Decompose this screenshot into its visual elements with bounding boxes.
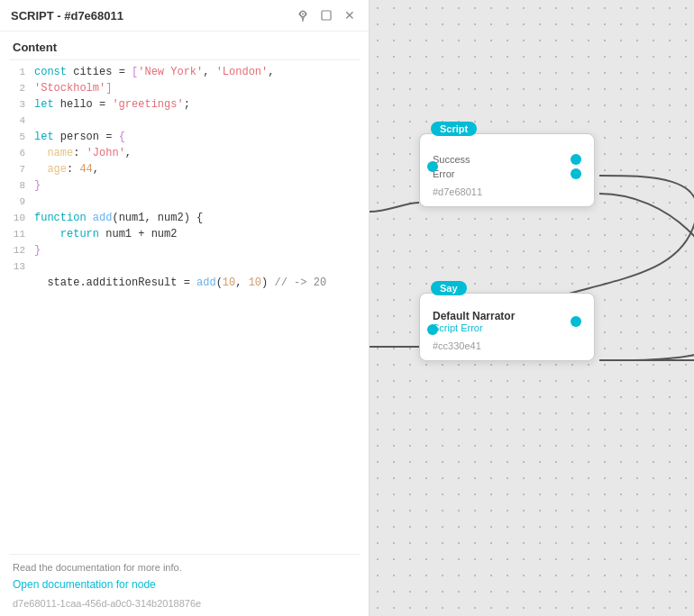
line-number: 6 bbox=[9, 145, 34, 161]
script-error-row: Error bbox=[433, 168, 581, 179]
token-plain: , bbox=[93, 163, 99, 176]
say-node-body: Default Narrator Script Error #cc330e41 bbox=[420, 294, 594, 360]
line-content: let person = { bbox=[34, 129, 125, 145]
token-prop: name bbox=[47, 147, 73, 159]
token-kw: function bbox=[34, 212, 93, 224]
script-node-body: Success Error #d7e68011 bbox=[420, 134, 594, 206]
token-kw: let bbox=[34, 131, 60, 143]
panel-footer: Read the documentation for more info. Op… bbox=[0, 555, 369, 616]
line-number: 12 bbox=[9, 242, 34, 258]
say-output-port[interactable] bbox=[571, 316, 581, 327]
code-line: 1const cities = ['New York', 'London', bbox=[9, 64, 360, 80]
token-fn: add bbox=[196, 276, 216, 289]
say-node-badge: Say bbox=[431, 281, 467, 295]
token-str: 'greetings' bbox=[112, 98, 183, 111]
token-plain: ( bbox=[112, 212, 118, 224]
token-plain: num1 + num2 bbox=[105, 228, 177, 240]
code-line: 4 bbox=[9, 113, 360, 129]
token-str: 'New York' bbox=[138, 66, 203, 78]
line-number: 9 bbox=[9, 194, 34, 210]
say-node[interactable]: Say Default Narrator Script Error #cc330… bbox=[419, 293, 595, 361]
code-line: 3let hello = 'greetings'; bbox=[9, 96, 360, 113]
token-num: 10 bbox=[223, 276, 235, 289]
code-line: 10function add(num1, num2) { bbox=[9, 210, 360, 226]
script-success-row: Success bbox=[433, 154, 581, 165]
line-number: 4 bbox=[9, 113, 34, 129]
token-obj: } bbox=[34, 244, 41, 257]
token-num: 44 bbox=[79, 163, 92, 176]
code-line: 12} bbox=[9, 242, 360, 258]
token-plain: ) { bbox=[184, 212, 204, 224]
token-obj: } bbox=[34, 179, 41, 192]
say-input-port[interactable] bbox=[427, 324, 438, 335]
script-input-port[interactable] bbox=[427, 161, 438, 172]
line-content: } bbox=[34, 177, 41, 194]
footer-uuid: d7e68011-1caa-456d-a0c0-314b2018876e bbox=[13, 598, 356, 609]
line-content: state.additionResult = add(10, 10) // ->… bbox=[34, 275, 326, 291]
token-plain: person = bbox=[60, 131, 119, 143]
say-main-row: Default Narrator Script Error bbox=[433, 310, 581, 333]
token-obj: { bbox=[119, 131, 125, 143]
code-line: 6 name: 'John', bbox=[9, 145, 360, 161]
code-line: 13 bbox=[9, 258, 360, 275]
line-number: 10 bbox=[9, 210, 34, 226]
code-line: 11 return num1 + num2 bbox=[9, 226, 360, 242]
token-cmt: // -> 20 bbox=[274, 276, 326, 289]
line-number: 13 bbox=[9, 258, 34, 275]
line-number: 5 bbox=[9, 129, 34, 145]
line-number: 2 bbox=[9, 80, 34, 96]
code-line: 9 bbox=[9, 194, 360, 210]
code-line: 7 age: 44, bbox=[9, 161, 360, 177]
token-prop: age bbox=[47, 163, 67, 176]
footer-doc-text: Read the documentation for more info. bbox=[13, 562, 356, 573]
token-plain: ) bbox=[261, 276, 274, 289]
code-line: 5let person = { bbox=[9, 129, 360, 145]
token-plain: , bbox=[235, 276, 248, 289]
minimize-icon[interactable] bbox=[318, 7, 334, 23]
token-plain: : bbox=[73, 147, 86, 159]
line-content: let hello = 'greetings'; bbox=[34, 96, 190, 113]
line-content: } bbox=[34, 242, 41, 258]
script-node-id: #d7e68011 bbox=[433, 186, 581, 197]
line-content: function add(num1, num2) { bbox=[34, 210, 203, 226]
success-label: Success bbox=[433, 154, 470, 165]
panel-title: SCRIPT - #d7e68011 bbox=[11, 9, 123, 23]
line-number: 7 bbox=[9, 161, 34, 177]
token-kw: return bbox=[60, 228, 105, 240]
svg-rect-2 bbox=[322, 11, 331, 20]
token-plain: , bbox=[125, 147, 132, 159]
code-line: state.additionResult = add(10, 10) // ->… bbox=[9, 275, 360, 291]
token-str: 'John' bbox=[87, 147, 125, 159]
token-obj: ] bbox=[105, 82, 112, 95]
code-editor[interactable]: 1const cities = ['New York', 'London',2'… bbox=[9, 59, 360, 555]
token-kw: let bbox=[34, 98, 60, 111]
say-node-title: Default Narrator bbox=[433, 310, 515, 322]
line-number: 3 bbox=[9, 96, 34, 113]
line-number: 1 bbox=[9, 64, 34, 80]
line-content: return num1 + num2 bbox=[34, 226, 177, 242]
token-kw: const bbox=[34, 66, 73, 78]
token-plain: cities = bbox=[73, 66, 132, 78]
panel-header: SCRIPT - #d7e68011 ✕ bbox=[0, 0, 369, 32]
close-icon[interactable]: ✕ bbox=[342, 7, 358, 23]
token-plain: num1, num2 bbox=[119, 212, 184, 224]
line-number: 8 bbox=[9, 177, 34, 194]
token-plain: , bbox=[268, 66, 274, 78]
code-line: 8} bbox=[9, 177, 360, 194]
line-content: 'Stockholm'] bbox=[34, 80, 112, 96]
say-node-subtitle: Script Error bbox=[433, 322, 515, 333]
token-plain bbox=[34, 147, 47, 159]
location-icon[interactable] bbox=[295, 7, 311, 23]
script-error-port[interactable] bbox=[571, 168, 581, 179]
line-content: age: 44, bbox=[34, 161, 99, 177]
token-str: 'Stockholm' bbox=[34, 82, 105, 95]
token-plain: hello = bbox=[60, 98, 113, 111]
footer-link[interactable]: Open documentation for node bbox=[13, 578, 356, 591]
script-success-port[interactable] bbox=[571, 154, 581, 165]
script-node[interactable]: Script Success Error #d7e68011 bbox=[419, 133, 595, 207]
token-plain: state.additionResult = bbox=[47, 276, 196, 289]
content-label: Content bbox=[0, 32, 369, 59]
token-plain bbox=[34, 228, 60, 240]
header-icons: ✕ bbox=[295, 7, 358, 23]
line-number: 11 bbox=[9, 226, 34, 242]
